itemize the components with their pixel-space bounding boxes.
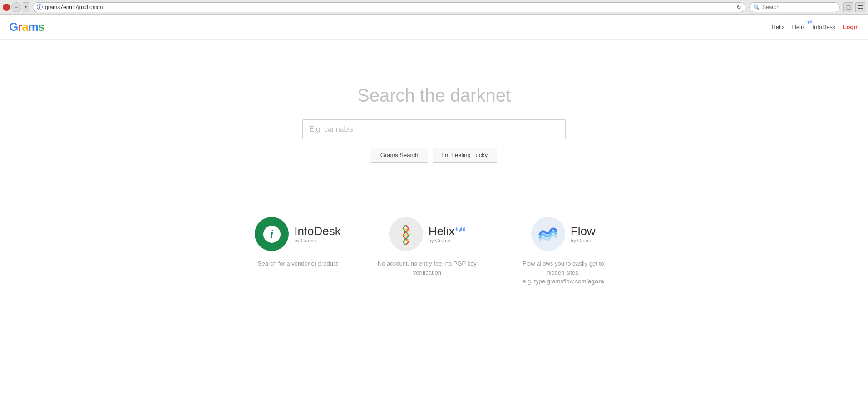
url-text: grams7enufi7jmdl.onion: [45, 4, 734, 10]
features-section: i InfoDesk by Grams Search for a vendor …: [0, 190, 868, 304]
helix-icon-circle: [389, 217, 423, 251]
infodesk-icon: i: [255, 217, 289, 251]
infodesk-logo-row: i InfoDesk by Grams: [255, 217, 341, 251]
top-nav: Grams Helix Helixlight InfoDesk Login: [0, 15, 868, 40]
logo-m: m: [28, 20, 38, 34]
flow-logo-row: Flow by Grams: [531, 217, 596, 251]
browser-menu-button[interactable]: [855, 2, 865, 12]
svg-line-1: [402, 234, 410, 236]
browser-controls: ← ▼: [3, 2, 29, 12]
logo-s: s: [38, 20, 44, 34]
browser-favicon: [3, 4, 10, 11]
browser-search-icon: 🔍: [753, 4, 760, 10]
hero-title: Search the darknet: [357, 85, 511, 106]
main-search-input[interactable]: [302, 119, 566, 139]
helix-name-block: Helix light by Grams: [429, 225, 465, 243]
logo-r: r: [18, 20, 22, 34]
logo-g: G: [9, 20, 18, 34]
helix-name: Helix light: [429, 225, 465, 237]
infodesk-name-block: InfoDesk by Grams: [294, 225, 341, 243]
infodesk-desc: Search for a vendor or product: [258, 259, 338, 268]
back-button[interactable]: ←: [11, 2, 21, 12]
feature-flow: Flow by Grams Flow allows you to easily …: [513, 217, 613, 286]
flow-icon-circle: [531, 217, 565, 251]
flow-svg: [536, 222, 560, 246]
infodesk-subname: by Grams: [294, 238, 316, 243]
helix-svg: [395, 223, 417, 246]
reload-icon[interactable]: ↻: [736, 4, 741, 10]
nav-infodesk[interactable]: InfoDesk: [812, 24, 835, 30]
flow-desc: Flow allows you to easily get to hidden …: [513, 259, 613, 286]
feeling-lucky-button[interactable]: I'm Feeling Lucky: [433, 148, 498, 163]
url-bar[interactable]: i grams7enufi7jmdl.onion ↻: [33, 2, 745, 12]
nav-links: Helix Helixlight InfoDesk Login: [771, 24, 859, 30]
feature-helix: Helix light by Grams No account, no entr…: [377, 217, 477, 286]
page-content: Grams Helix Helixlight InfoDesk Login Se…: [0, 15, 868, 409]
new-tab-button[interactable]: □: [843, 2, 853, 12]
feature-infodesk: i InfoDesk by Grams Search for a vendor …: [255, 217, 341, 286]
hero-section: Search the darknet Grams Search I'm Feel…: [0, 40, 868, 190]
logo-a: a: [22, 20, 28, 34]
search-box-wrapper: [302, 119, 566, 139]
info-icon: i: [37, 4, 43, 10]
browser-search-input[interactable]: [762, 4, 830, 10]
helix-desc: No account, no entry fee, no PGP key ver…: [377, 259, 477, 277]
browser-chrome: ← ▼ i grams7enufi7jmdl.onion ↻ 🔍 □: [0, 0, 868, 15]
helix-subname: by Grams: [429, 238, 450, 243]
flow-name: Flow: [571, 225, 596, 237]
browser-search-bar[interactable]: 🔍: [749, 2, 840, 12]
infodesk-name: InfoDesk: [294, 225, 341, 237]
infodesk-circle: i: [263, 226, 281, 243]
helix-logo-row: Helix light by Grams: [389, 217, 465, 251]
search-buttons: Grams Search I'm Feeling Lucky: [371, 148, 498, 163]
nav-helix-light[interactable]: Helixlight: [792, 24, 805, 30]
svg-line-0: [402, 229, 410, 231]
nav-helix[interactable]: Helix: [771, 24, 784, 30]
nav-login[interactable]: Login: [843, 24, 859, 30]
flow-name-block: Flow by Grams: [571, 225, 596, 243]
nav-dropdown[interactable]: ▼: [23, 2, 29, 12]
logo[interactable]: Grams: [9, 20, 44, 34]
flow-subname: by Grams: [571, 238, 592, 243]
grams-search-button[interactable]: Grams Search: [371, 148, 428, 163]
helix-super: light: [455, 226, 465, 232]
